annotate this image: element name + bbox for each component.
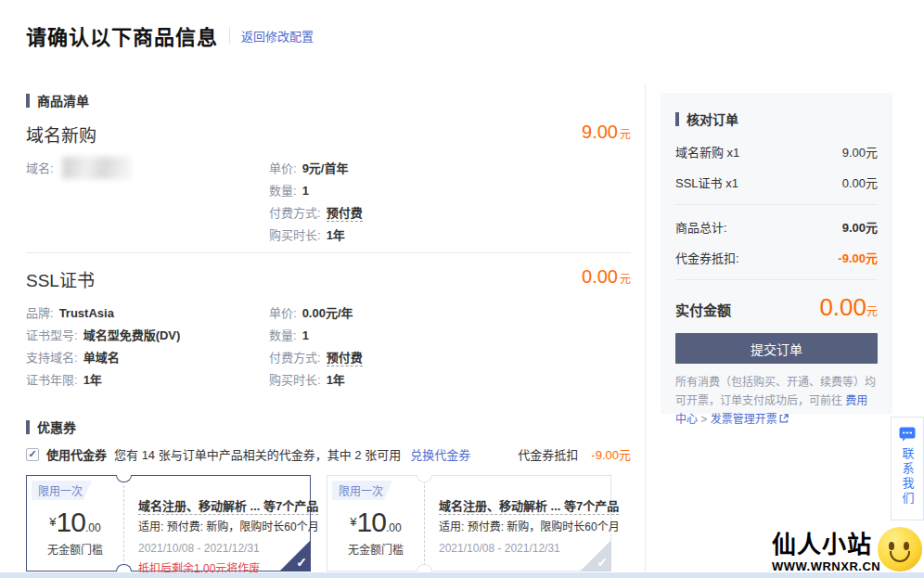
pay-mode-value[interactable]: 预付费 <box>327 351 363 366</box>
coupon-card-2[interactable]: 限用一次 ¥10.00 无金额门槛 域名注册、移动解析 ... 等7个产品 适用… <box>327 475 611 572</box>
smiley-eye <box>889 542 894 550</box>
coupon-scope: 域名注册、移动解析 ... 等7个产品 <box>138 496 302 514</box>
content-divider <box>645 83 646 573</box>
submit-order-button[interactable]: 提交订单 <box>675 333 878 364</box>
coupon-threshold: 无金额门槛 <box>27 541 123 557</box>
amount-integer: 10 <box>357 507 386 537</box>
price-number: 9.00 <box>582 122 618 142</box>
detail-value: 单域名 <box>83 351 120 365</box>
detail-label: 证书型号: <box>26 328 78 342</box>
coupon-threshold: 无金额门槛 <box>327 541 424 557</box>
total-row: 实付金额 0.00元 <box>675 293 878 322</box>
amount-cents: .00 <box>85 521 101 534</box>
detail-value: 1年 <box>83 373 102 387</box>
use-voucher-checkbox[interactable]: ✓ <box>26 448 39 461</box>
smiley-face-icon <box>878 527 922 572</box>
detail-label: 付费方式: <box>269 351 321 365</box>
total-unit: 元 <box>866 305 878 318</box>
detail-label: 单价: <box>269 306 297 320</box>
detail-row: 购买时长:1年 <box>269 369 363 392</box>
coupon-validity-period: 2021/10/08 - 2021/12/31 <box>439 542 603 555</box>
watermark-site-url: WWW.WRNXR.CN <box>772 559 880 573</box>
order-item-row: 域名新购 x1 9.00元 <box>675 143 878 161</box>
watermark-site-name: 仙人小站 <box>772 525 880 559</box>
order-item-name: 域名新购 x1 <box>675 143 739 161</box>
coupon-amount-block: ¥10.00 无金额门槛 <box>27 476 123 571</box>
domain-product-row: 域名新购 9.00元 <box>26 122 631 147</box>
invoice-manage-link[interactable]: 发票管理开票 <box>711 413 777 426</box>
section-title: 优惠券 <box>37 417 76 436</box>
price-unit: 元 <box>620 128 631 141</box>
detail-label: 品牌: <box>26 306 54 320</box>
coupon-scope-text[interactable]: 域名注册、移动解析 ... 等7个产品 <box>138 499 318 515</box>
exchange-voucher-link[interactable]: 兑换代金券 <box>410 445 470 463</box>
smiley-eye <box>904 542 909 550</box>
order-item-price: 0.00元 <box>842 173 878 191</box>
domain-detail-left: 域名: <box>26 158 131 180</box>
detail-label: 付费方式: <box>269 206 321 220</box>
order-confirm-page: 请确认以下商品信息 返回修改配置 商品清单 域名新购 9.00元 域名: 单价:… <box>0 0 924 578</box>
panel-divider <box>675 279 878 280</box>
coupon-applicable: 适用: 预付费: 新购，限购时长60个月 <box>138 518 302 533</box>
order-summary-panel: 核对订单 域名新购 x1 9.00元 SSL证书 x1 0.00元 商品总计: … <box>661 93 892 414</box>
detail-label: 数量: <box>269 328 297 342</box>
panel-divider <box>675 204 878 205</box>
currency-symbol: ¥ <box>49 515 56 529</box>
voucher-deduct-value: -9.00元 <box>591 445 631 463</box>
external-link-icon <box>778 413 789 424</box>
detail-row: 证书年限:1年 <box>26 369 180 392</box>
coupon-applicable: 适用: 预付费: 新购，限购时长60个月 <box>439 518 603 533</box>
unselected-check-icon: ✓ <box>597 555 608 570</box>
detail-row: 证书型号:域名型免费版(DV) <box>26 325 180 347</box>
domain-value-redacted <box>62 157 131 179</box>
detail-row: 付费方式:预付费 <box>269 202 363 225</box>
coupon-control-row: ✓ 使用代金券 您有 14 张与订单中产品相关的代金券，其中 2 张可用 兑换代… <box>26 445 631 463</box>
page-header: 请确认以下商品信息 返回修改配置 <box>26 20 314 50</box>
detail-label: 单价: <box>269 161 297 175</box>
coupon-amount: ¥10.00 <box>27 507 123 538</box>
section-title: 商品清单 <box>37 91 89 109</box>
detail-value: TrustAsia <box>59 306 114 320</box>
selected-check-icon: ✓ <box>296 555 307 570</box>
ssl-product-price: 0.00元 <box>582 266 631 288</box>
detail-row: 付费方式:预付费 <box>269 347 363 369</box>
amount-cents: .00 <box>386 521 402 534</box>
subtotal-value: 9.00元 <box>842 218 878 236</box>
contact-us-tab[interactable]: 联系我们 <box>891 417 924 520</box>
ssl-product-row: SSL证书 0.00元 <box>26 266 631 291</box>
subtotal-row: 商品总计: 9.00元 <box>675 218 878 236</box>
coupon-validity-period: 2021/10/08 - 2021/12/31 <box>138 542 302 555</box>
chat-bubble-icon <box>899 427 916 442</box>
total-label: 实付金额 <box>675 300 731 319</box>
total-number: 0.00 <box>819 293 866 321</box>
coupon-card-1[interactable]: 限用一次 ¥10.00 无金额门槛 域名注册、移动解析 ... 等7个产品 适用… <box>26 475 311 572</box>
detail-label: 购买时长: <box>269 373 321 387</box>
detail-value: 0.00元/年 <box>302 306 353 320</box>
price-unit: 元 <box>620 273 631 286</box>
section-product-list: 商品清单 <box>26 91 89 109</box>
coupon-scope-text[interactable]: 域名注册、移动解析 ... 等7个产品 <box>439 499 619 515</box>
checkbox-check-icon: ✓ <box>28 449 36 459</box>
section-bar <box>26 420 30 434</box>
ssl-detail-left: 品牌:TrustAsia 证书型号:域名型免费版(DV) 支持域名:单域名 证书… <box>26 302 180 392</box>
pay-mode-value[interactable]: 预付费 <box>327 206 363 222</box>
price-number: 0.00 <box>582 266 618 287</box>
voucher-availability-text: 您有 14 张与订单中产品相关的代金券，其中 2 张可用 <box>114 445 401 463</box>
detail-value: 1年 <box>327 228 345 242</box>
deduct-value: -9.00元 <box>838 249 878 266</box>
detail-row: 品牌:TrustAsia <box>26 302 180 325</box>
contact-us-label: 联系我们 <box>899 447 917 507</box>
ssl-detail-right: 单价:0.00元/年 数量:1 付费方式:预付费 购买时长:1年 <box>269 302 363 392</box>
amount-integer: 10 <box>57 507 85 537</box>
section-coupon: 优惠券 <box>26 417 76 436</box>
section-bar <box>675 112 679 126</box>
note-separator: > <box>698 413 711 426</box>
detail-label: 证书年限: <box>26 373 78 387</box>
back-to-config-link[interactable]: 返回修改配置 <box>241 27 314 45</box>
domain-product-price: 9.00元 <box>582 122 631 143</box>
invoice-note: 所有消费（包括购买、开通、续费等）均可开票，订单支付成功后，可前往 费用中心 >… <box>675 374 878 429</box>
coupon-scope: 域名注册、移动解析 ... 等7个产品 <box>439 496 603 514</box>
detail-row: 单价:9元/首年 <box>269 158 363 180</box>
deduct-label: 代金券抵扣: <box>675 249 739 266</box>
coupon-notch-bottom <box>116 564 132 572</box>
